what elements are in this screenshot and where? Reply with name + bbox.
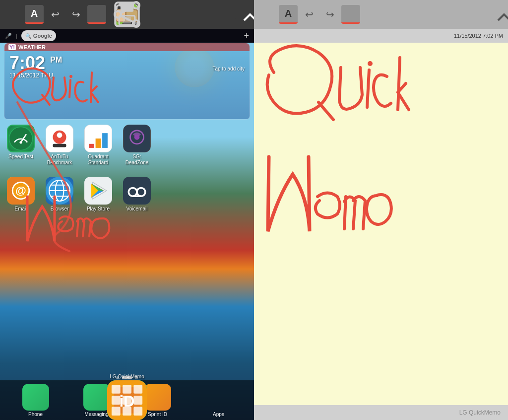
svg-rect-26 <box>96 139 101 148</box>
svg-rect-14 <box>121 2 133 11</box>
left-panel: A ↩ ↪ 🎤 | 🔍 Google <box>0 0 254 420</box>
svg-point-19 <box>19 141 22 143</box>
nav-arrow-right[interactable] <box>489 12 508 22</box>
quadrant-label: QuadrantStandard <box>88 154 109 166</box>
quickmemo-watermark-left: LG QuickMemo <box>110 374 144 379</box>
svg-rect-60 <box>123 385 131 394</box>
quickmemo-handwriting <box>254 43 508 405</box>
svg-text:@: @ <box>15 184 26 197</box>
nav-arrow[interactable] <box>235 12 254 22</box>
svg-rect-16 <box>123 17 131 23</box>
app-browser[interactable]: Browser <box>43 177 76 212</box>
save-btn-right[interactable] <box>404 5 423 24</box>
search-icon: 🔍 <box>25 33 31 39</box>
toolbar-right: A ↩ ↪ <box>254 0 508 29</box>
memo-area[interactable] <box>254 43 508 405</box>
app-row-2: @ Email Browser <box>4 177 154 212</box>
divider: | <box>16 33 17 39</box>
weather-header: Y! WEATHER <box>4 43 250 51</box>
svg-rect-23 <box>53 144 66 147</box>
home-background: Y! WEATHER 7:02 PM 11/15/2012 THU Tap to… <box>0 43 254 420</box>
browser-label: Browser <box>51 206 69 212</box>
dock-apps[interactable]: Apps <box>202 384 236 417</box>
svg-rect-63 <box>123 396 131 405</box>
weather-widget[interactable]: Y! WEATHER 7:02 PM 11/15/2012 THU Tap to… <box>4 43 250 120</box>
svg-rect-25 <box>89 144 94 148</box>
antutu-label: AnTuTuBenchmark <box>47 154 72 166</box>
voicemail-icon <box>123 177 151 205</box>
dock: Phone Messaging <box>0 380 254 420</box>
playstore-label: Play Store <box>87 206 110 212</box>
app-quadrant[interactable]: QuadrantStandard <box>81 125 115 166</box>
svg-rect-27 <box>102 133 108 148</box>
svg-rect-61 <box>133 385 142 394</box>
add-widget-btn[interactable]: + <box>244 31 249 41</box>
sg-label: SG:DeadZone <box>126 154 149 166</box>
toolbar-left: A ↩ ↪ <box>0 0 254 29</box>
svg-point-22 <box>57 133 63 138</box>
antutu-icon <box>46 125 73 152</box>
search-bar[interactable]: 🔍 Google <box>21 30 56 41</box>
weather-time: 7:02 PM <box>9 54 245 72</box>
status-bar-left: 🎤 | 🔍 Google + <box>0 29 254 43</box>
speedtest-icon <box>7 125 35 152</box>
speedtest-label: Speed Test <box>8 154 33 160</box>
yahoo-logo: Y! WEATHER <box>8 44 47 50</box>
google-label: Google <box>33 33 52 39</box>
email-label: Email <box>14 206 27 212</box>
quadrant-icon <box>84 125 112 152</box>
app-playstore[interactable]: Play Store <box>81 177 115 212</box>
app-voicemail[interactable]: Voicemail <box>120 177 154 212</box>
voicemail-label: Voicemail <box>127 206 148 212</box>
memo-footer: LG QuickMemo <box>254 405 508 420</box>
lg-quickmemo-label: LG QuickMemo <box>459 409 501 416</box>
weather-date: 11/15/2012 THU <box>9 72 245 79</box>
app-email[interactable]: @ Email <box>4 177 38 212</box>
email-icon: @ <box>7 177 35 205</box>
weather-body: 7:02 PM 11/15/2012 THU Tap to add city <box>4 51 250 82</box>
save-btn-left[interactable] <box>150 5 169 24</box>
app-speedtest[interactable]: Speed Test <box>4 125 38 160</box>
svg-rect-66 <box>123 407 131 416</box>
svg-rect-65 <box>112 407 121 416</box>
app-row-1: Speed Test AnTuTuBenchmark <box>4 125 154 166</box>
sg-icon <box>123 125 151 152</box>
browser-icon <box>46 177 73 205</box>
svg-rect-67 <box>133 407 142 416</box>
svg-rect-62 <box>112 396 121 405</box>
right-panel: A ↩ ↪ 11/15/2012 7:02 PM <box>254 0 508 420</box>
apps-icon <box>205 384 232 411</box>
svg-rect-59 <box>112 385 121 394</box>
tap-to-add-city[interactable]: Tap to add city <box>213 66 245 71</box>
app-sg[interactable]: SG:DeadZone <box>120 125 154 166</box>
app-antutu[interactable]: AnTuTuBenchmark <box>43 125 76 166</box>
svg-point-86 <box>368 61 373 66</box>
mic-icon: 🎤 <box>5 33 12 39</box>
playstore-icon <box>84 177 112 205</box>
svg-rect-64 <box>133 396 142 405</box>
svg-point-30 <box>134 135 140 140</box>
